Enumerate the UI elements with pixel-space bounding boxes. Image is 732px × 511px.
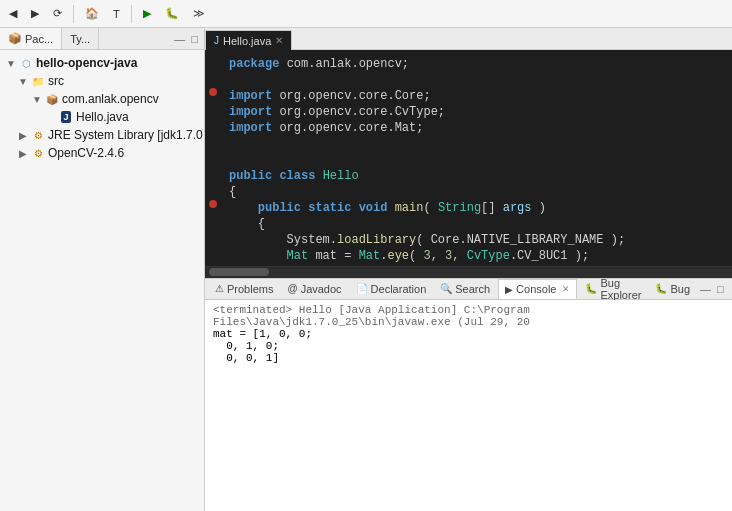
- line-content-6: [221, 136, 724, 152]
- toolbar-separator: [73, 5, 74, 23]
- line-content-4: import org.opencv.core.CvType;: [221, 104, 724, 120]
- java-file-icon: J: [58, 109, 74, 125]
- open-type-button[interactable]: T: [108, 5, 125, 23]
- maximize-panel-button[interactable]: □: [189, 28, 200, 49]
- run-button[interactable]: ▶: [138, 4, 156, 23]
- tree-item-hello-java[interactable]: J Hello.java: [0, 108, 204, 126]
- tab-close-button[interactable]: ✕: [275, 35, 283, 46]
- forward-button[interactable]: ▶: [26, 4, 44, 23]
- minimize-panel-button[interactable]: —: [172, 28, 187, 49]
- line-content-13: Mat mat = Mat.eye( 3, 3, CvType.CV_8UC1 …: [221, 248, 724, 264]
- tab-package-explorer[interactable]: 📦 Pac...: [0, 28, 62, 49]
- bottom-panel-controls: — □: [698, 283, 730, 295]
- code-line-8: public class Hello: [205, 168, 732, 184]
- tab-console[interactable]: ▶ Console ✕: [498, 279, 577, 299]
- line-content-7: [221, 152, 724, 168]
- line-content-12: System.loadLibrary( Core.NATIVE_LIBRARY_…: [221, 232, 724, 248]
- minimize-console-button[interactable]: —: [698, 283, 713, 295]
- home-button[interactable]: 🏠: [80, 4, 104, 23]
- tab-type-explorer[interactable]: Ty...: [62, 28, 99, 49]
- maximize-console-button[interactable]: □: [715, 283, 726, 295]
- bug-icon: 🐛: [655, 283, 667, 294]
- editor-tabs: J Hello.java ✕: [205, 28, 732, 50]
- code-line-5: import org.opencv.core.Mat;: [205, 120, 732, 136]
- tree-item-project[interactable]: ▼ ⬡ hello-opencv-java: [0, 54, 204, 72]
- tab-declaration[interactable]: 📄 Declaration: [350, 279, 433, 299]
- src-label: src: [48, 74, 64, 88]
- search-icon: 🔍: [440, 283, 452, 294]
- code-line-7: [205, 152, 732, 168]
- project-icon: ⬡: [18, 55, 34, 71]
- tab-search[interactable]: 🔍 Search: [434, 279, 496, 299]
- tab-problems-label: Problems: [227, 283, 273, 295]
- tab-bug-explorer-label: Bug Explorer: [600, 277, 641, 301]
- main-layout: 📦 Pac... Ty... — □ ▼ ⬡ hello-opencv-java: [0, 28, 732, 511]
- tab-console-label: Console: [516, 283, 556, 295]
- toolbar: ◀ ▶ ⟳ 🏠 T ▶ 🐛 ≫: [0, 0, 732, 28]
- code-line-10: public static void main( String[] args ): [205, 200, 732, 216]
- line-content-8: public class Hello: [221, 168, 724, 184]
- toggle-package[interactable]: ▼: [30, 94, 44, 105]
- line-content-1: package com.anlak.opencv;: [221, 56, 724, 72]
- toggle-opencv[interactable]: ▶: [16, 148, 30, 159]
- tab-bug[interactable]: 🐛 Bug: [649, 279, 696, 299]
- file-tree[interactable]: ▼ ⬡ hello-opencv-java ▼ 📁 src ▼ 📦 com.an…: [0, 50, 204, 511]
- editor-hscroll[interactable]: [205, 266, 732, 278]
- tree-item-jre[interactable]: ▶ ⚙ JRE System Library [jdk1.7.0: [0, 126, 204, 144]
- type-explorer-label: Ty...: [70, 33, 90, 45]
- code-editor[interactable]: package com.anlak.opencv; import org.ope…: [205, 50, 732, 266]
- refresh-button[interactable]: ⟳: [48, 4, 67, 23]
- tree-item-opencv[interactable]: ▶ ⚙ OpenCV-2.4.6: [0, 144, 204, 162]
- tree-item-src[interactable]: ▼ 📁 src: [0, 72, 204, 90]
- breakpoint-3: [209, 88, 217, 96]
- code-line-4: import org.opencv.core.CvType;: [205, 104, 732, 120]
- toggle-project[interactable]: ▼: [4, 58, 18, 69]
- back-button[interactable]: ◀: [4, 4, 22, 23]
- opencv-icon: ⚙: [30, 145, 46, 161]
- left-panel-tabs: 📦 Pac... Ty... — □: [0, 28, 204, 50]
- opencv-label: OpenCV-2.4.6: [48, 146, 124, 160]
- project-label: hello-opencv-java: [36, 56, 137, 70]
- line-content-3: import org.opencv.core.Core;: [221, 88, 724, 104]
- line-content-5: import org.opencv.core.Mat;: [221, 120, 724, 136]
- console-close-btn[interactable]: ✕: [562, 284, 570, 294]
- code-line-9: {: [205, 184, 732, 200]
- code-line-2: [205, 72, 732, 88]
- tab-problems[interactable]: ⚠ Problems: [209, 279, 279, 299]
- console-output-line-1: mat = [1, 0, 0;: [213, 328, 724, 340]
- tree-item-package[interactable]: ▼ 📦 com.anlak.opencv: [0, 90, 204, 108]
- tab-bug-explorer[interactable]: 🐛 Bug Explorer: [579, 279, 647, 299]
- toggle-jre[interactable]: ▶: [16, 130, 30, 141]
- debug-button[interactable]: 🐛: [160, 4, 184, 23]
- code-line-3: import org.opencv.core.Core;: [205, 88, 732, 104]
- panel-controls: — □: [172, 28, 204, 49]
- console-output-area: <terminated> Hello [Java Application] C:…: [205, 300, 732, 512]
- javadoc-icon: @: [287, 283, 297, 294]
- tab-bug-label: Bug: [670, 283, 690, 295]
- console-terminated-line: <terminated> Hello [Java Application] C:…: [213, 304, 724, 328]
- line-content-2: [221, 72, 724, 88]
- package-explorer-icon: 📦: [8, 32, 22, 45]
- folder-icon: 📁: [30, 73, 46, 89]
- menu-button[interactable]: ≫: [188, 4, 210, 23]
- console-output-line-2: 0, 1, 0;: [213, 340, 724, 352]
- gutter-3: [205, 88, 221, 96]
- line-content-11: {: [221, 216, 724, 232]
- hello-java-label: Hello.java: [76, 110, 129, 124]
- line-content-9: {: [221, 184, 724, 200]
- app-container: ◀ ▶ ⟳ 🏠 T ▶ 🐛 ≫ 📦 Pac... Ty... — □: [0, 0, 732, 511]
- tab-search-label: Search: [455, 283, 490, 295]
- bottom-tabs: ⚠ Problems @ Javadoc 📄 Declaration 🔍 Sea…: [205, 278, 732, 300]
- toggle-src[interactable]: ▼: [16, 76, 30, 87]
- tab-javadoc[interactable]: @ Javadoc: [281, 279, 347, 299]
- tab-javadoc-label: Javadoc: [301, 283, 342, 295]
- code-line-1: package com.anlak.opencv;: [205, 56, 732, 72]
- hscroll-thumb[interactable]: [209, 268, 269, 276]
- code-line-13: Mat mat = Mat.eye( 3, 3, CvType.CV_8UC1 …: [205, 248, 732, 264]
- gutter-10: [205, 200, 221, 208]
- left-panel: 📦 Pac... Ty... — □ ▼ ⬡ hello-opencv-java: [0, 28, 205, 511]
- jre-label: JRE System Library [jdk1.7.0: [48, 128, 203, 142]
- tab-declaration-label: Declaration: [371, 283, 427, 295]
- tab-hello-java[interactable]: J Hello.java ✕: [205, 30, 292, 50]
- line-content-14: System.out.println( "mat = " + mat.dump(…: [221, 264, 724, 266]
